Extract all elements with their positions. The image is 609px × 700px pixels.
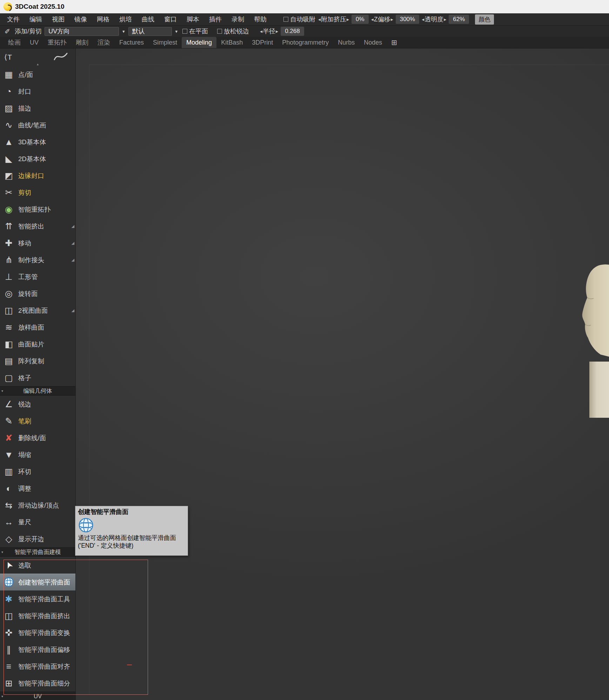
tab--[interactable]: 渲染 — [93, 37, 115, 48]
sidebar-item-sds-extrude[interactable]: ◫智能平滑曲面挤出 — [0, 607, 75, 624]
stepper-right-icon[interactable]: ▸ — [390, 16, 394, 22]
sidebar-item-label: 剪切 — [18, 188, 31, 197]
sidebar-item-primitives-2d[interactable]: ◣2D基本体 — [0, 150, 75, 167]
stepper-value[interactable]: 62% — [449, 15, 469, 24]
sidebar-item-loft-surface[interactable]: ≋放样曲面 — [0, 319, 75, 336]
sidebar-item-sds-subdivide[interactable]: ⊞智能平滑曲面细分 — [0, 675, 75, 692]
section-header-sds-modeling[interactable]: ▾智能平滑曲面建模 — [0, 547, 75, 557]
menu-item-2[interactable]: 视图 — [47, 13, 69, 25]
section-header-edit-geometry[interactable]: ▾编辑几何体 — [0, 386, 75, 396]
sidebar-item-smart-retopo[interactable]: ◉智能重拓扑 — [0, 201, 75, 218]
section-collapse-icon: ▾ — [1, 550, 3, 554]
sidebar-item-outline[interactable]: ▨描边 — [0, 100, 75, 117]
menu-item-1[interactable]: 编辑 — [25, 13, 47, 25]
sidebar-item-adjust[interactable]: ◐调整 — [0, 480, 75, 497]
stepper-label: 附加挤压 — [321, 15, 346, 24]
stepper-left-icon[interactable]: ◂ — [421, 16, 424, 22]
sidebar-item-cut[interactable]: ✂剪切 — [0, 184, 75, 201]
sidebar-item-loop-cut[interactable]: ▥环切 — [0, 463, 75, 480]
sidebar-item-select[interactable]: ➤选取 — [0, 557, 75, 574]
tab--[interactable]: 雕刻 — [71, 37, 93, 48]
menu-item-0[interactable]: 文件 — [2, 13, 25, 25]
relax-sharp-checkbox[interactable]: 放松锐边 — [217, 27, 249, 35]
sidebar-item-sds-offset[interactable]: ∥智能平滑曲面偏移 — [0, 641, 75, 658]
add-tab-button[interactable]: ⊞ — [387, 37, 402, 48]
tab-kitbash[interactable]: KitBash — [216, 37, 247, 48]
tab-simplest[interactable]: Simplest — [148, 37, 182, 48]
expand-arrow-icon: ◢ — [72, 308, 74, 313]
sidebar-item-array-copy[interactable]: ▤阵列复制 — [0, 352, 75, 369]
checkbox-icon — [217, 29, 222, 34]
stepper-right-icon[interactable]: ▸ — [346, 16, 349, 22]
menu-item-9[interactable]: 插件 — [204, 13, 227, 25]
add-cut-icon[interactable]: ✐ — [3, 27, 12, 36]
chevron-down-icon[interactable]: ▾ — [175, 29, 178, 34]
sidebar-item-surface-patch[interactable]: ◧曲面贴片 — [0, 336, 75, 352]
collapse-caret-icon[interactable]: ▴ — [37, 62, 39, 66]
tab-modeling[interactable]: Modeling — [182, 37, 216, 48]
stepper-value[interactable]: 300% — [396, 15, 419, 24]
sidebar-item-label: 锐边 — [18, 400, 31, 409]
sidebar-item-slide-edge-vertex[interactable]: ⇆滑动边缘/顶点 — [0, 497, 75, 514]
stepper-left-icon[interactable]: ◂ — [318, 16, 321, 22]
sidebar-item-make-joints[interactable]: ⋔制作接头◢ — [0, 251, 75, 268]
checkbox-icon — [182, 29, 187, 34]
sidebar-item-create-sds[interactable]: 创建智能平滑曲面 — [0, 574, 75, 590]
on-plane-checkbox[interactable]: 在平面 — [182, 27, 208, 35]
sidebar-item-ruler[interactable]: ↔量尺 — [0, 514, 75, 530]
viewport-3d[interactable] — [76, 48, 609, 700]
stepper-right-icon[interactable]: ▸ — [275, 28, 279, 34]
uv-direction-dropdown[interactable]: UV方向 — [45, 27, 119, 36]
auto-snap-checkbox[interactable]: 自动吸附 — [283, 15, 315, 24]
tab-photogrammetry[interactable]: Photogrammetry — [277, 37, 333, 48]
menu-item-10[interactable]: 录制 — [227, 13, 249, 25]
tab--[interactable]: 绘画 — [4, 37, 25, 48]
sidebar-item-lathe[interactable]: ◎旋转面 — [0, 285, 75, 302]
preset-dropdown[interactable]: 默认 — [128, 27, 172, 36]
sidebar-item-show-open-edges[interactable]: ◇显示开边 — [0, 530, 75, 547]
menu-item-11[interactable]: 帮助 — [249, 13, 272, 25]
menu-item-4[interactable]: 网格 — [92, 13, 114, 25]
sidebar-item-sds-tools[interactable]: ✱智能平滑曲面工具 — [0, 590, 75, 607]
sidebar-item-cap[interactable]: ◔封口 — [0, 83, 75, 100]
color-button[interactable]: 颜色 — [475, 14, 494, 25]
sidebar-item-edge-cap[interactable]: ◩边缘封口 — [0, 167, 75, 184]
sidebar-item-label: 2D基本体 — [18, 154, 46, 163]
menu-item-3[interactable]: 镜像 — [69, 13, 92, 25]
sidebar-item-brush[interactable]: ✎笔刷 — [0, 412, 75, 429]
sidebar-item-smart-extrude[interactable]: ⇈智能挤出◢ — [0, 218, 75, 235]
sidebar-item-collapse[interactable]: ▼塌缩 — [0, 446, 75, 463]
tab--[interactable]: 重拓扑 — [43, 37, 71, 48]
tab-nodes[interactable]: Nodes — [359, 37, 387, 48]
tab-factures[interactable]: Factures — [115, 37, 148, 48]
sidebar-item-move[interactable]: ✚移动◢ — [0, 235, 75, 251]
stepper-right-icon[interactable]: ▸ — [443, 16, 447, 22]
sidebar-item-lattice[interactable]: ▢格子 — [0, 369, 75, 386]
tool-presets-toggle[interactable]: ⟨T — [4, 53, 12, 61]
stepper-value[interactable]: 0% — [352, 15, 369, 24]
tab-3dprint[interactable]: 3DPrint — [247, 37, 277, 48]
chevron-down-icon[interactable]: ▾ — [122, 29, 125, 34]
section-header-uv-section[interactable]: ▾UV — [0, 692, 75, 700]
menu-item-5[interactable]: 烘培 — [114, 13, 137, 25]
sidebar-item-sharp-edges[interactable]: ∠锐边 — [0, 396, 75, 412]
radius-value[interactable]: 0.268 — [281, 27, 304, 36]
menu-item-8[interactable]: 脚本 — [182, 13, 204, 25]
menu-item-6[interactable]: 曲线 — [137, 13, 159, 25]
sidebar-item-points-faces[interactable]: ▦点/面 — [0, 66, 75, 83]
head-sculpt-model[interactable] — [580, 263, 609, 358]
tab-nurbs[interactable]: Nurbs — [333, 37, 359, 48]
sidebar-item-curves-strokes[interactable]: ∿曲线/笔画 — [0, 117, 75, 133]
sidebar-item-t-pipe[interactable]: ⊥工形管 — [0, 268, 75, 285]
stepper-left-icon[interactable]: ◂ — [371, 16, 374, 22]
move-icon: ✚ — [2, 236, 15, 250]
sidebar-item-two-view-surface[interactable]: ◫2视图曲面◢ — [0, 302, 75, 319]
tab-uv[interactable]: UV — [25, 37, 43, 48]
menu-item-7[interactable]: 窗口 — [159, 13, 182, 25]
stepper-left-icon[interactable]: ◂ — [260, 28, 263, 34]
sidebar-item-label: 点/面 — [18, 70, 33, 79]
sidebar-item-primitives-3d[interactable]: ▲3D基本体 — [0, 133, 75, 150]
sidebar-item-sds-align[interactable]: ≡智能平滑曲面对齐 — [0, 658, 75, 675]
sidebar-item-sds-transform[interactable]: ✜智能平滑曲面变换 — [0, 624, 75, 641]
sidebar-item-delete-edges-faces[interactable]: ✘删除线/面 — [0, 429, 75, 446]
